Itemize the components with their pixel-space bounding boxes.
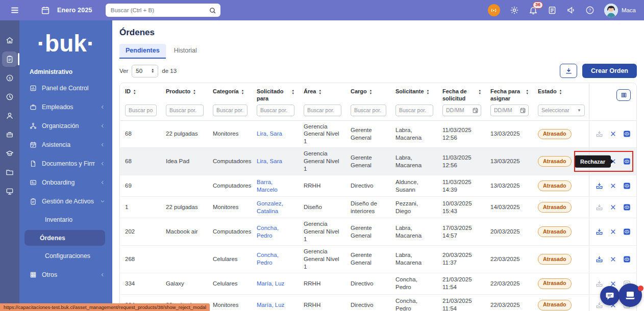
help-icon[interactable]: ? [585, 6, 595, 15]
broadcast-icon[interactable] [488, 4, 500, 16]
cell-solicitante: Labra, Macarena [390, 218, 437, 245]
calendar-icon[interactable] [41, 6, 50, 15]
sidebar-item-5[interactable]: Onboarding [19, 173, 112, 192]
reject-order-button[interactable] [609, 255, 617, 263]
status-filter-select[interactable]: Seleccionar▼ [538, 105, 585, 116]
period-label[interactable]: Enero 2025 [57, 7, 92, 14]
view-order-button[interactable] [623, 130, 631, 138]
cell-id: 268 [120, 246, 161, 273]
employee-link[interactable]: Lira, Sara [257, 130, 282, 138]
column-settings-button[interactable] [616, 89, 631, 101]
sidebar-subitem[interactable]: Inventario [24, 211, 105, 229]
sidebar-item-label: Otros [42, 271, 95, 278]
view-order-button[interactable] [623, 158, 631, 165]
sidebar-item-6[interactable]: Gestión de Activos [19, 192, 112, 211]
sort-icon[interactable]: ▲▼ [427, 88, 429, 95]
filter-input[interactable] [125, 105, 157, 116]
table-row: 69ComputadoresBarra, MarceloRRHHDirectiv… [120, 175, 636, 197]
view-order-button[interactable] [623, 228, 631, 236]
view-order-button[interactable] [623, 255, 631, 263]
notifications-bell-icon[interactable]: 36 [529, 6, 538, 15]
hamburger-menu-icon[interactable] [10, 6, 19, 15]
rail-training-cap-icon[interactable] [2, 146, 17, 161]
sidebar-subitem[interactable]: Órdenes [24, 230, 105, 246]
employee-link[interactable]: Concha, Pedro [257, 224, 294, 240]
create-order-button[interactable]: Crear Orden [582, 64, 637, 78]
cell-fecha-asignar: 22/03/2025 [485, 295, 533, 311]
rail-benefits-box-icon[interactable] [2, 127, 17, 142]
employee-link[interactable]: Gonzalez, Catalina [257, 200, 294, 215]
sort-icon[interactable]: ▲▼ [559, 88, 562, 95]
sort-icon[interactable]: ▲▼ [133, 88, 136, 95]
user-menu[interactable]: Maca [604, 4, 636, 17]
cell-solicitante: Labra, Macarena [390, 246, 437, 273]
sidebar-item-1[interactable]: Empleados [19, 97, 112, 116]
cell-cargo: Diseño de interiores [345, 197, 390, 218]
employee-link[interactable]: Barra, Marcelo [257, 178, 294, 194]
rail-orders-clipboard-icon[interactable] [2, 51, 17, 67]
sidebar-menu: Panel de ControlEmpleadosOrganizaciónAsi… [19, 79, 112, 284]
filter-input[interactable] [351, 105, 386, 116]
sidebar-subitem[interactable]: Configuraciones [24, 247, 105, 265]
employee-link[interactable]: María, Luz [257, 280, 284, 288]
megaphone-icon[interactable] [566, 6, 576, 15]
rail-talent-person-icon[interactable] [2, 108, 17, 123]
filter-input[interactable] [213, 105, 247, 116]
module-rail: $ [0, 20, 19, 311]
column-header: Estado▲▼ [533, 83, 589, 103]
export-download-button[interactable] [560, 64, 577, 78]
assign-order-button[interactable] [596, 203, 603, 211]
assign-order-button[interactable] [596, 130, 603, 138]
reject-order-button[interactable] [609, 182, 617, 190]
view-order-button[interactable] [623, 182, 631, 190]
cell-fecha-solicitud: 11/03/2025 14:39 [437, 175, 485, 196]
view-order-button[interactable] [623, 203, 631, 211]
assign-order-button[interactable] [596, 228, 603, 236]
settings-gear-icon[interactable] [510, 6, 519, 15]
sidebar-item-3[interactable]: Asistencia [19, 135, 112, 154]
tab-pendientes[interactable]: Pendientes [119, 44, 166, 59]
status-badge: Atrasado [538, 278, 572, 289]
rail-documents-folder-icon[interactable] [2, 165, 17, 180]
cell-fecha-solicitud: 11/03/2025 12:56 [437, 148, 485, 175]
employee-link[interactable]: Lira, Sara [257, 158, 282, 165]
rail-workplace-desk-icon[interactable] [2, 184, 17, 199]
filter-input[interactable] [304, 105, 341, 116]
assign-order-button[interactable] [596, 255, 603, 263]
sort-icon[interactable]: ▲▼ [369, 88, 372, 95]
tab-historial[interactable]: Historial [168, 44, 203, 59]
assign-order-button[interactable] [596, 280, 603, 288]
reject-order-button[interactable] [609, 228, 617, 236]
rail-time-clock-icon[interactable] [2, 89, 17, 105]
rail-home-icon[interactable] [2, 33, 17, 48]
sort-icon[interactable]: ▲▼ [479, 88, 481, 102]
sort-icon[interactable]: ▲▼ [241, 88, 244, 95]
sort-icon[interactable]: ▲▼ [193, 88, 195, 95]
sort-icon[interactable]: ▲▼ [292, 88, 294, 102]
notes-document-icon[interactable] [548, 6, 557, 15]
status-badge: Atrasado [538, 202, 572, 213]
rail-remunerations-money-icon[interactable]: $ [2, 70, 17, 86]
topbar-right: 36 ? Maca [488, 4, 644, 17]
reject-order-button[interactable] [609, 130, 617, 138]
filter-input[interactable] [395, 105, 433, 116]
assign-order-button[interactable] [596, 182, 603, 190]
sidebar-item-2[interactable]: Organización [19, 116, 112, 135]
sort-icon[interactable]: ▲▼ [318, 88, 321, 95]
filter-input[interactable] [257, 105, 294, 116]
column-header: Fecha de solicitud▲▼ [437, 83, 485, 103]
chat-widget-button[interactable] [600, 286, 620, 305]
row-actions [589, 246, 637, 273]
filter-input[interactable] [166, 105, 204, 116]
sort-icon[interactable]: ▲▼ [526, 88, 529, 102]
sidebar-item-4[interactable]: Documentos y Firma [19, 154, 112, 173]
search-icon[interactable] [209, 7, 216, 14]
sidebar-item-7[interactable]: Otros [19, 265, 112, 284]
employee-link[interactable]: Concha, Pedro [257, 251, 294, 267]
employee-link[interactable]: María, Luz [257, 301, 284, 309]
sidebar-item-0[interactable]: Panel de Control [19, 79, 112, 97]
search-input[interactable] [111, 7, 209, 13]
reject-order-button[interactable] [609, 203, 617, 211]
assign-order-button[interactable] [596, 301, 603, 309]
page-size-select[interactable]: 50 ▲▼ [132, 65, 158, 77]
